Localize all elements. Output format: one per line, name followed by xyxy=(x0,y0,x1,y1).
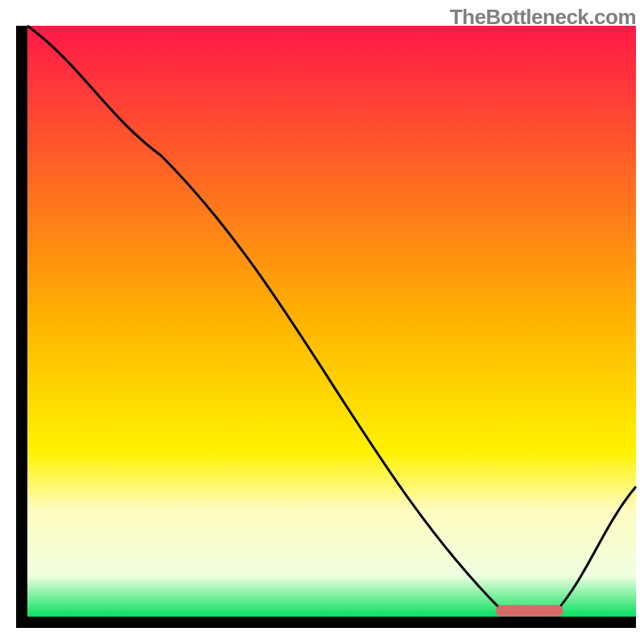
attribution-label: TheBottleneck.com xyxy=(450,5,636,30)
plot-area xyxy=(27,26,636,617)
bottleneck-chart: TheBottleneck.com xyxy=(0,0,644,644)
gradient-background xyxy=(27,26,636,617)
chart-svg xyxy=(0,0,644,644)
valley-marker xyxy=(496,605,563,617)
